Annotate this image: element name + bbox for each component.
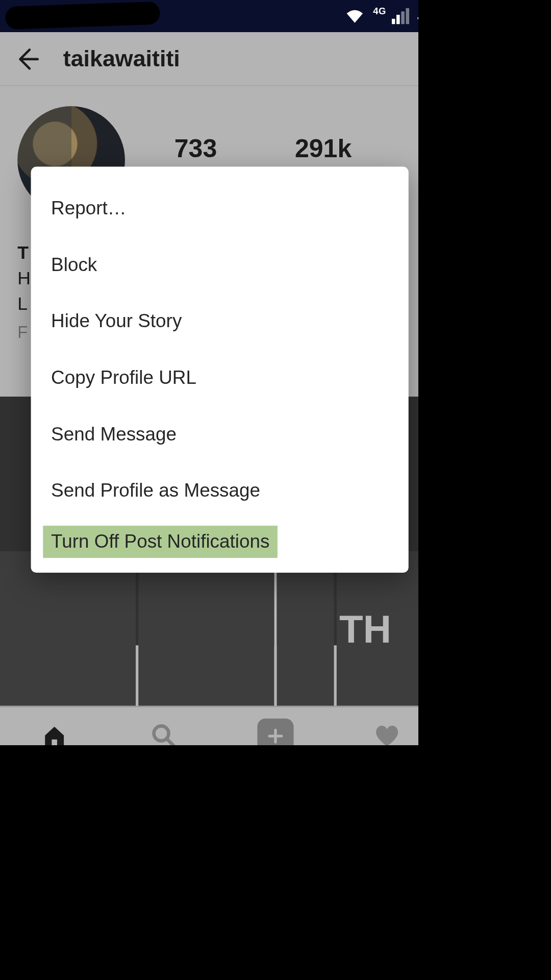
menu-item-turn-off-post-notifications[interactable]: Turn Off Post Notifications xyxy=(43,526,278,558)
cell-signal-icon xyxy=(392,8,411,24)
battery-percent: 40% xyxy=(417,6,418,27)
menu-item-block[interactable]: Block xyxy=(31,237,409,293)
network-type-label: 4G xyxy=(373,6,386,16)
wifi-icon xyxy=(345,8,365,24)
svg-rect-0 xyxy=(392,19,395,24)
svg-rect-2 xyxy=(401,11,405,24)
svg-rect-3 xyxy=(406,8,409,24)
screen: 4G 40% 12:28 xyxy=(0,0,418,745)
svg-rect-1 xyxy=(396,15,400,24)
menu-item-report[interactable]: Report… xyxy=(31,180,409,237)
profile-options-menu: Report… Block Hide Your Story Copy Profi… xyxy=(31,167,409,573)
menu-item-hide-your-story[interactable]: Hide Your Story xyxy=(31,293,409,350)
android-status-bar: 4G 40% 12:28 xyxy=(0,0,418,32)
redacted-notification-area xyxy=(5,2,160,30)
menu-item-copy-profile-url[interactable]: Copy Profile URL xyxy=(31,350,409,406)
menu-item-send-message[interactable]: Send Message xyxy=(31,406,409,462)
menu-item-send-profile-as-message[interactable]: Send Profile as Message xyxy=(31,462,409,519)
